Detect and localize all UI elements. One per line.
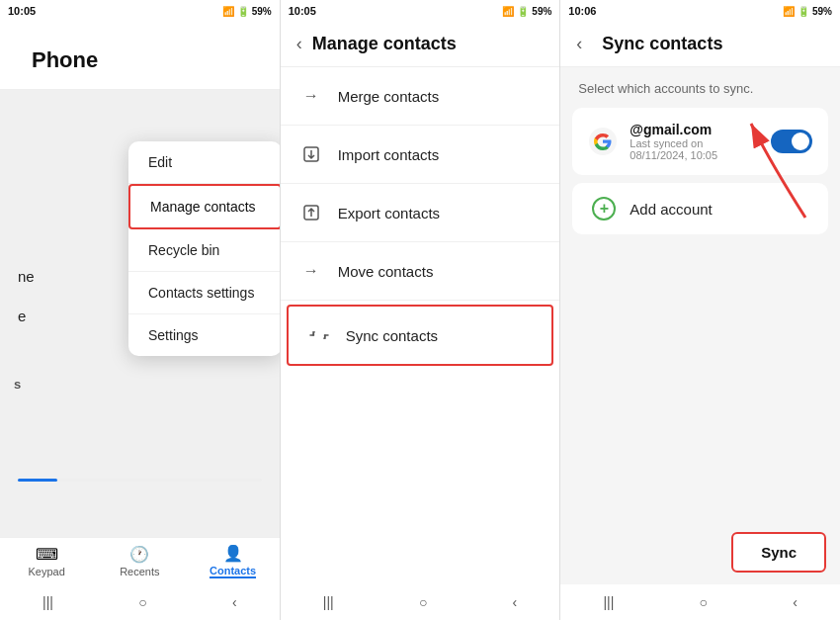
sys-menu-1[interactable]: ||| <box>42 594 53 610</box>
menu-export-contacts[interactable]: Export contacts <box>281 184 560 242</box>
scroll-progress <box>18 479 57 482</box>
status-icons-1: 📶 🔋 59% <box>222 6 272 17</box>
sys-menu-2[interactable]: ||| <box>323 594 334 610</box>
dropdown-recycle-bin[interactable]: Recycle bin <box>128 229 280 272</box>
export-icon <box>300 202 322 223</box>
sync-toggle[interactable] <box>771 130 812 153</box>
menu-sync-contacts[interactable]: Sync contacts <box>287 305 554 366</box>
menu-list: → Merge contacts Import contacts <box>281 67 560 584</box>
status-bar-1: 10:05 📶 🔋 59% <box>0 0 280 22</box>
sync-icon <box>308 324 330 346</box>
status-bar-3: 10:06 📶 🔋 59% <box>560 0 840 22</box>
dropdown-menu: Edit Manage contacts Recycle bin Contact… <box>128 141 280 356</box>
manage-contacts-header: ‹ Manage contacts <box>281 22 560 67</box>
sys-back-2[interactable]: ‹ <box>513 594 518 610</box>
sys-home-2[interactable]: ○ <box>419 594 427 610</box>
google-icon <box>588 127 618 156</box>
contact-item-ne: ne <box>18 268 35 285</box>
status-icons-3: 📶 🔋 59% <box>783 6 832 17</box>
sys-home-1[interactable]: ○ <box>138 594 146 610</box>
sync-button[interactable]: Sync <box>731 532 826 573</box>
account-sync-time: Last synced on 08/11/2024, 10:05 <box>630 137 759 161</box>
nav-recents[interactable]: 🕐 Recents <box>93 545 186 577</box>
keypad-icon: ⌨ <box>36 545 58 564</box>
account-email: @gmail.com <box>630 122 759 137</box>
panel-phone: 10:05 📶 🔋 59% Phone Edit Manage contacts… <box>0 0 281 620</box>
account-info: @gmail.com Last synced on 08/11/2024, 10… <box>630 122 759 161</box>
sys-nav-3: ||| ○ ‹ <box>560 584 840 620</box>
bottom-nav-1: ⌨ Keypad 🕐 Recents 👤 Contacts <box>0 537 280 584</box>
merge-icon: → <box>300 85 322 107</box>
sys-home-3[interactable]: ○ <box>700 594 708 610</box>
nav-contacts[interactable]: 👤 Contacts <box>186 544 279 578</box>
sync-subtitle: Select which accounts to sync. <box>560 67 840 102</box>
time-3: 10:06 <box>568 5 596 17</box>
back-button-2[interactable]: ‹ <box>296 34 302 54</box>
sync-contacts-header: ‹ Sync contacts <box>560 22 840 67</box>
add-account-row[interactable]: + Add account <box>572 183 828 234</box>
sys-menu-3[interactable]: ||| <box>603 594 614 610</box>
menu-move-contacts[interactable]: → Move contacts <box>281 242 560 301</box>
sys-back-1[interactable]: ‹ <box>232 594 237 610</box>
dropdown-edit[interactable]: Edit <box>128 141 280 184</box>
status-icons-2: 📶 🔋 59% <box>502 6 551 17</box>
sys-nav-2: ||| ○ ‹ <box>281 584 560 620</box>
add-account-label: Add account <box>630 201 712 218</box>
manage-contacts-title: Manage contacts <box>312 34 457 54</box>
back-button-3[interactable]: ‹ <box>576 34 582 54</box>
time-1: 10:05 <box>8 5 36 17</box>
status-bar-2: 10:05 📶 🔋 59% <box>281 0 560 22</box>
dropdown-contacts-settings[interactable]: Contacts settings <box>128 272 280 314</box>
panel-sync-contacts: 10:06 📶 🔋 59% ‹ Sync contacts Select whi… <box>560 0 840 620</box>
sync-contacts-title: Sync contacts <box>602 34 722 54</box>
sync-button-area: Sync <box>731 532 826 573</box>
import-icon <box>300 143 322 165</box>
contact-item-e: e <box>18 308 26 324</box>
phone-title: Phone <box>16 34 264 81</box>
move-icon: → <box>300 260 322 282</box>
menu-merge-contacts[interactable]: → Merge contacts <box>281 67 560 126</box>
contacts-icon: 👤 <box>223 544 243 563</box>
sys-back-3[interactable]: ‹ <box>793 594 798 610</box>
dropdown-manage-contacts[interactable]: Manage contacts <box>128 184 280 229</box>
sys-nav-1: ||| ○ ‹ <box>0 584 280 620</box>
recents-icon: 🕐 <box>129 545 149 564</box>
time-2: 10:05 <box>289 5 316 17</box>
nav-keypad[interactable]: ⌨ Keypad <box>0 545 93 577</box>
menu-import-contacts[interactable]: Import contacts <box>281 126 560 184</box>
gmail-account-card: @gmail.com Last synced on 08/11/2024, 10… <box>572 108 828 175</box>
section-s: s <box>14 377 21 392</box>
plus-icon: + <box>592 197 616 221</box>
panel-manage-contacts: 10:05 📶 🔋 59% ‹ Manage contacts → Merge … <box>281 0 561 620</box>
dropdown-settings[interactable]: Settings <box>128 314 280 356</box>
